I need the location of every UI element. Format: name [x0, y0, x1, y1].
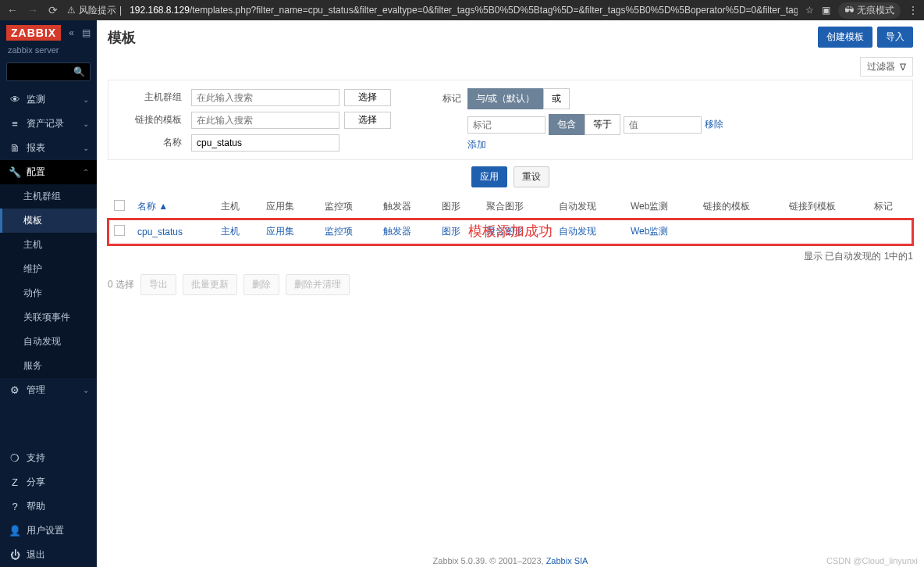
linkedto-cell [783, 219, 869, 245]
col-name[interactable]: 名称 ▲ [131, 195, 215, 219]
remove-tag-link[interactable]: 移除 [705, 118, 723, 131]
security-warning[interactable]: ⚠ 风险提示 | [67, 4, 122, 17]
nav-logout[interactable]: ⏻退出 [0, 543, 97, 567]
logout-icon: ⏻ [8, 549, 22, 561]
sidebar-search[interactable]: 🔍 [6, 62, 91, 81]
delete-button[interactable]: 删除 [243, 274, 279, 295]
hostgroup-select-button[interactable]: 选择 [344, 89, 391, 106]
reload-icon[interactable]: ⟳ [47, 4, 59, 16]
chevron-up-icon: ⌃ [83, 168, 89, 177]
sub-maintenance[interactable]: 维护 [0, 257, 97, 281]
sidebar-toggle-icon[interactable]: ▤ [82, 27, 91, 38]
back-icon[interactable]: ← [6, 4, 19, 16]
page-title: 模板 [108, 28, 136, 47]
andor-and-button[interactable]: 与/或（默认） [467, 88, 543, 109]
chevron-down-icon: ⌄ [83, 95, 89, 104]
sub-hostgroups[interactable]: 主机群组 [0, 184, 97, 209]
create-template-button[interactable]: 创建模板 [818, 27, 872, 48]
incognito-badge: 🕶 无痕模式 [838, 2, 901, 19]
extension-icon[interactable]: ▣ [822, 5, 830, 16]
zabbix-link[interactable]: Zabbix SIA [546, 556, 588, 565]
config-submenu: 主机群组 模板 主机 维护 动作 关联项事件 自动发现 服务 [0, 184, 97, 378]
apps-link[interactable]: 应用集 [266, 226, 294, 237]
massupdate-button[interactable]: 批量更新 [183, 274, 237, 295]
nav-user[interactable]: 👤用户设置 [0, 519, 97, 543]
share-icon: Z [8, 476, 22, 488]
search-icon: 🔍 [73, 66, 85, 77]
chevron-down-icon: ⌄ [83, 119, 89, 128]
tag-name-input[interactable] [467, 116, 546, 134]
col-hosts: 主机 [215, 195, 260, 219]
nav-reports[interactable]: 🗎报表⌄ [0, 136, 97, 160]
import-button[interactable]: 导入 [877, 27, 913, 48]
filter-icon: ∇ [900, 62, 906, 73]
logo[interactable]: ZABBIX [6, 25, 61, 41]
col-apps: 应用集 [260, 195, 318, 219]
warning-text: 风险提示 [79, 4, 116, 17]
filter-toggle[interactable]: 过滤器 ∇ [860, 57, 913, 77]
add-tag-link[interactable]: 添加 [467, 139, 486, 150]
server-name: zabbix server [0, 45, 97, 59]
forward-icon[interactable]: → [27, 4, 39, 16]
annotation-text: 模板添加成功 [468, 222, 553, 241]
op-contains-button[interactable]: 包含 [549, 114, 585, 135]
linked-input[interactable] [191, 112, 339, 129]
hosts-link[interactable]: 主机 [221, 226, 240, 237]
nav-support[interactable]: ❍支持 [0, 446, 97, 470]
sub-actions[interactable]: 动作 [0, 281, 97, 305]
nav-config[interactable]: 🔧配置⌃ [0, 160, 97, 184]
eye-icon: 👁 [8, 94, 22, 105]
items-link[interactable]: 监控项 [325, 226, 353, 237]
col-tags: 标记 [868, 195, 913, 219]
sub-services[interactable]: 服务 [0, 354, 97, 378]
apply-button[interactable]: 应用 [471, 166, 507, 187]
delete-clear-button[interactable]: 删除并清理 [286, 274, 350, 295]
linked-select-button[interactable]: 选择 [344, 112, 391, 129]
selected-count: 0 选择 [108, 278, 134, 291]
sub-hosts[interactable]: 主机 [0, 233, 97, 257]
sub-templates[interactable]: 模板 [0, 209, 97, 233]
footer: Zabbix 5.0.39. © 2001–2023, Zabbix SIA [433, 556, 588, 565]
name-input[interactable] [191, 134, 339, 152]
sub-correlation[interactable]: 关联项事件 [0, 305, 97, 330]
hostgroup-input[interactable] [191, 89, 339, 106]
table-header-row: 名称 ▲ 主机 应用集 监控项 触发器 图形 聚合图形 自动发现 Web监测 链… [108, 195, 913, 219]
bulk-actions: 0 选择 导出 批量更新 删除 删除并清理 [97, 268, 924, 301]
select-all-checkbox[interactable] [114, 200, 125, 211]
linked-cell [697, 219, 783, 245]
nav-inventory[interactable]: ≡资产记录⌄ [0, 112, 97, 136]
collapse-icon[interactable]: « [69, 27, 74, 38]
nav-share[interactable]: Z分享 [0, 470, 97, 494]
export-button[interactable]: 导出 [140, 274, 176, 295]
menu-icon[interactable]: ⋮ [908, 5, 918, 16]
andor-toggle: 与/或（默认） 或 [467, 88, 570, 109]
table-summary: 显示 已自动发现的 1中的1 [97, 245, 924, 268]
url-path: /templates.php?filter_name=cpu_status&fi… [190, 5, 798, 16]
template-name-link[interactable]: cpu_status [137, 226, 183, 237]
sub-discovery[interactable]: 自动发现 [0, 330, 97, 354]
discovery-link[interactable]: 自动发现 [559, 226, 596, 237]
triggers-link[interactable]: 触发器 [383, 226, 411, 237]
nav-help[interactable]: ?帮助 [0, 494, 97, 519]
andor-or-button[interactable]: 或 [543, 88, 570, 109]
tag-value-input[interactable] [624, 116, 702, 134]
address-bar[interactable]: 192.168.8.129/templates.php?filter_name=… [130, 5, 798, 16]
web-link[interactable]: Web监测 [631, 226, 668, 237]
tags-label: 标记 [438, 92, 461, 105]
url-host: 192.168.8.129 [130, 5, 190, 16]
graphs-link[interactable]: 图形 [442, 226, 460, 237]
star-icon[interactable]: ☆ [805, 5, 814, 16]
tags-cell [868, 219, 913, 245]
operator-toggle: 包含 等于 [549, 114, 620, 135]
chevron-down-icon: ⌄ [83, 386, 89, 394]
col-discovery: 自动发现 [553, 195, 624, 219]
support-icon: ❍ [8, 452, 22, 464]
reset-button[interactable]: 重设 [514, 166, 549, 187]
col-linked: 链接的模板 [697, 195, 783, 219]
op-equals-button[interactable]: 等于 [585, 114, 620, 135]
nav-monitor[interactable]: 👁监测⌄ [0, 87, 97, 112]
nav-admin[interactable]: ⚙管理⌄ [0, 378, 97, 402]
hostgroup-label: 主机群组 [124, 91, 187, 104]
row-checkbox[interactable] [114, 225, 125, 236]
incognito-icon: 🕶 [844, 5, 854, 16]
